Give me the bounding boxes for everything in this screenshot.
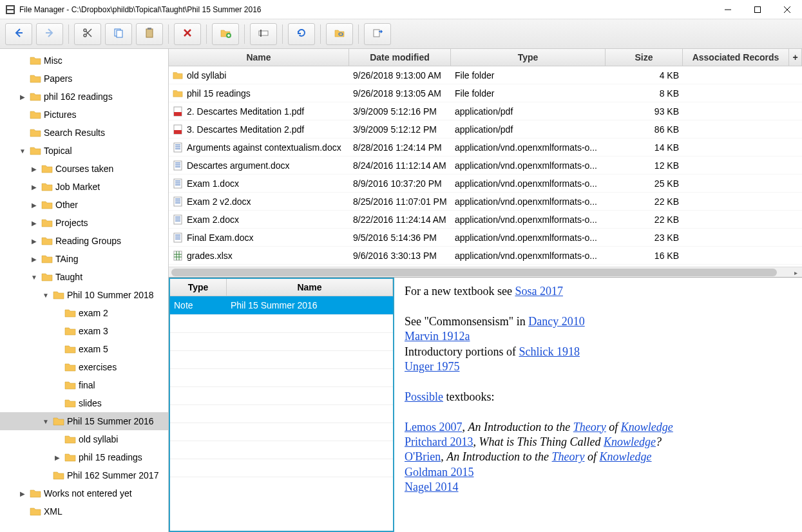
tree-toggle-icon[interactable]: ▼ [41,292,50,299]
records-col-name[interactable]: Name [227,279,393,296]
delete-button[interactable] [174,23,201,45]
file-row[interactable]: Descartes argument.docx8/24/2016 11:12:1… [169,157,802,175]
tree-item[interactable]: XML [0,502,168,520]
preview-link[interactable]: Possible [405,390,443,403]
paste-button[interactable] [136,23,163,45]
tree-item[interactable]: ▶Job Market [0,178,168,196]
tree-item[interactable]: Pictures [0,106,168,124]
svg-rect-2 [7,10,14,13]
tree-item[interactable]: ▼Phil 15 Summer 2016 [0,412,168,430]
records-col-type[interactable]: Type [170,279,227,296]
file-row[interactable]: Arguments against contextualism.docx8/28… [169,138,802,157]
link-button[interactable] [326,23,353,45]
preview-link[interactable]: Knowledge [600,450,652,463]
tree-item[interactable]: ▶Works not entered yet [0,484,168,502]
tree-item[interactable]: ▼Phil 10 Summer 2018 [0,286,168,304]
export-button[interactable] [364,23,391,45]
minimize-button[interactable] [713,0,743,19]
file-row[interactable]: Exam 1.docx8/9/2016 10:37:20 PMapplicati… [169,175,802,193]
tree-toggle-icon[interactable]: ▼ [41,418,50,425]
preview-link[interactable]: Nagel 2014 [405,480,458,493]
tree-item[interactable]: slides [0,394,168,412]
preview-link[interactable]: Theory [573,421,606,433]
tree-toggle-icon[interactable]: ▶ [18,93,27,100]
col-type[interactable]: Type [451,49,606,66]
tree-item[interactable]: ▶TAing [0,250,168,268]
tree-item[interactable]: ▶Projects [0,214,168,232]
rename-button[interactable] [250,23,277,45]
add-column-button[interactable]: + [789,49,802,66]
col-size[interactable]: Size [606,49,683,66]
forward-button[interactable] [36,23,63,45]
tree-item[interactable]: Papers [0,70,168,88]
preview-link[interactable]: O'Brien [405,450,441,463]
tree-item[interactable]: old syllabi [0,430,168,448]
back-button[interactable] [5,23,32,45]
tree-item[interactable]: final [0,376,168,394]
tree-item[interactable]: ▶phil 15 readings [0,448,168,466]
col-assoc[interactable]: Associated Records [683,49,789,66]
preview-link[interactable]: Sosa 2017 [515,285,563,298]
scroll-right-icon[interactable]: ▸ [790,267,801,278]
preview-link[interactable]: Knowledge [621,421,673,433]
tree-toggle-icon[interactable]: ▶ [18,490,27,497]
preview-link[interactable]: Lemos 2007 [405,421,463,433]
file-date: 3/9/2009 5:12:16 PM [349,106,451,117]
cut-button[interactable] [74,23,101,45]
tree-toggle-icon[interactable]: ▶ [53,454,62,461]
preview-link[interactable]: Theory [552,450,585,463]
preview-text: What is This Thing Called [479,435,604,448]
col-name[interactable]: Name [169,49,349,66]
file-row[interactable]: 2. Descartes Meditation 1.pdf3/9/2009 5:… [169,102,802,120]
preview-link[interactable]: Dancy 2010 [528,315,584,328]
file-row[interactable]: old syllabi9/26/2018 9:13:00 AMFile fold… [169,66,802,84]
file-type: application/pdf [451,124,606,135]
tree-item[interactable]: ▼Taught [0,268,168,286]
refresh-button[interactable] [288,23,315,45]
tree-item[interactable]: exam 3 [0,322,168,340]
record-row-empty [170,314,393,332]
tree-item[interactable]: Phil 162 Summer 2017 [0,466,168,484]
copy-button[interactable] [105,23,132,45]
col-date[interactable]: Date modified [349,49,451,66]
new-folder-button[interactable] [212,23,239,45]
tree-item[interactable]: Search Results [0,124,168,142]
preview-link[interactable]: Unger 1975 [405,360,459,373]
tree-item[interactable]: ▼Topical [0,142,168,160]
tree-item[interactable]: exercises [0,358,168,376]
preview-link[interactable]: Schlick 1918 [519,345,580,358]
tree-toggle-icon[interactable]: ▶ [30,184,39,191]
preview-link[interactable]: Goldman 2015 [405,466,474,479]
preview-link[interactable]: Pritchard 2013 [405,435,473,448]
file-row[interactable]: 3. Descartes Meditation 2.pdf3/9/2009 5:… [169,120,802,138]
tree-toggle-icon[interactable]: ▶ [30,238,39,245]
tree-item[interactable]: exam 5 [0,340,168,358]
file-row[interactable]: Exam 2.docx8/22/2016 11:24:14 AMapplicat… [169,211,802,229]
svg-rect-49 [174,233,182,242]
tree-item[interactable]: Misc [0,52,168,70]
tree-toggle-icon[interactable]: ▼ [30,274,39,281]
file-row[interactable]: phil 15 readings9/26/2018 9:13:05 AMFile… [169,84,802,102]
maximize-button[interactable] [743,0,772,19]
tree-toggle-icon[interactable]: ▼ [18,147,27,155]
tree-item[interactable]: ▶Reading Groups [0,232,168,250]
file-row[interactable]: grades.xlsx9/6/2016 3:30:13 PMapplicatio… [169,247,802,265]
close-button[interactable] [772,0,802,19]
preview-link[interactable]: Knowledge [604,435,656,448]
preview-link[interactable]: Marvin 1912a [405,330,470,343]
tree-toggle-icon[interactable]: ▶ [30,202,39,209]
tree-item[interactable]: ▶Other [0,196,168,214]
tree-toggle-icon[interactable]: ▶ [30,166,39,173]
file-row[interactable]: Final Exam.docx9/5/2016 5:14:36 PMapplic… [169,229,802,247]
folder-tree[interactable]: MiscPapers▶phil 162 readingsPicturesSear… [0,49,169,532]
file-size: 93 KB [606,106,683,117]
file-row[interactable]: Exam 2 v2.docx8/25/2016 11:07:01 PMappli… [169,193,802,211]
file-size: 25 KB [606,178,683,189]
record-row[interactable]: NotePhil 15 Summer 2016 [170,296,393,314]
horizontal-scrollbar[interactable]: ▸ [169,267,802,277]
tree-item[interactable]: ▶phil 162 readings [0,88,168,106]
tree-item[interactable]: exam 2 [0,304,168,322]
tree-toggle-icon[interactable]: ▶ [30,220,39,227]
tree-toggle-icon[interactable]: ▶ [30,256,39,263]
tree-item[interactable]: ▶Courses taken [0,160,168,178]
